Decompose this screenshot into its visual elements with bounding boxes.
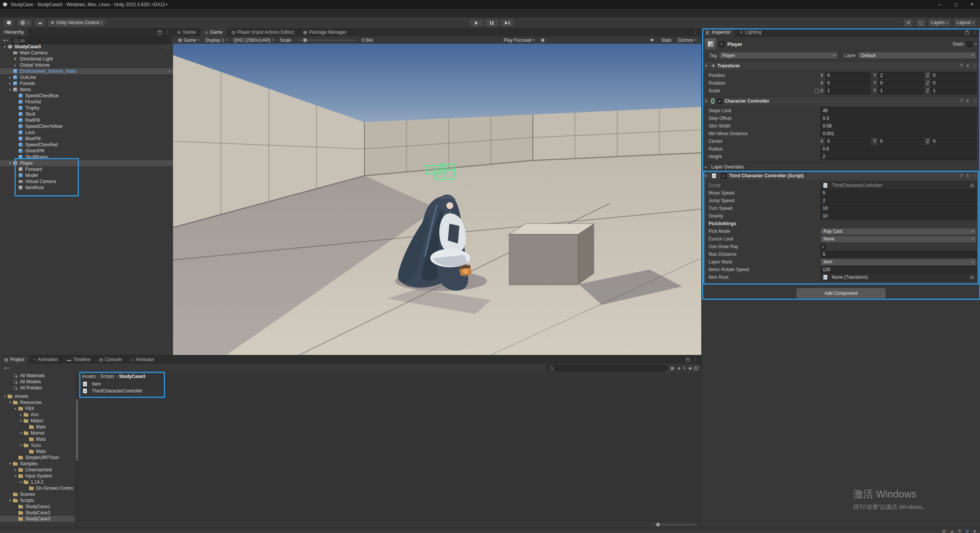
y-field[interactable]: 0 xyxy=(878,138,923,145)
x-field[interactable]: 0 xyxy=(825,72,871,79)
layer-overrides-foldout[interactable]: ▸ Layer Overrides xyxy=(702,162,980,171)
component-menu-icon[interactable]: ⋮ xyxy=(972,63,977,69)
value-field[interactable]: 0.3 xyxy=(820,115,977,122)
presets-icon[interactable]: ≡ xyxy=(966,63,969,69)
component-enabled-checkbox[interactable] xyxy=(717,98,722,104)
create-asset-button[interactable]: +▾ xyxy=(3,366,10,371)
hierarchy-row[interactable]: ▾ Player xyxy=(0,160,173,166)
y-field[interactable]: 1 xyxy=(878,87,923,94)
layer-dropdown[interactable]: Default▾ xyxy=(858,52,977,59)
panel-tab[interactable]: Package Manager xyxy=(299,28,351,36)
pause-button[interactable] xyxy=(484,18,499,27)
hierarchy-row[interactable]: ▸ Forward xyxy=(0,166,173,172)
hierarchy-row[interactable]: Directional Light xyxy=(0,56,173,62)
project-tree-row[interactable]: ▾ Assets xyxy=(0,393,75,399)
hierarchy-row[interactable]: ▸ OutLine xyxy=(0,74,173,80)
panel-tab[interactable]: Scene xyxy=(173,28,200,36)
foldout-arrow-icon[interactable]: ▾ xyxy=(705,174,709,178)
scale-slider-thumb[interactable] xyxy=(303,38,307,42)
z-field[interactable]: 0 xyxy=(931,80,977,87)
project-tree-row[interactable]: ▾ Midori xyxy=(0,418,75,424)
foldout-arrow-icon[interactable]: ▾ xyxy=(2,45,7,49)
z-field[interactable]: 0 xyxy=(931,138,977,145)
panel-tab[interactable]: Project xyxy=(0,355,29,364)
background-tasks-icon[interactable]: ⚙ xyxy=(958,529,962,533)
enum-dropdown[interactable]: Item▾ xyxy=(820,258,977,266)
file-row[interactable]: ThirdCharacterController xyxy=(79,387,701,394)
file-row[interactable]: Item xyxy=(79,381,701,387)
game-mode-dropdown[interactable]: ▦Game▾ xyxy=(176,38,201,43)
hierarchy-row[interactable]: Global Volume xyxy=(0,62,173,68)
close-button[interactable]: ✕ xyxy=(964,0,980,9)
breadcrumb-item[interactable]: Assets › xyxy=(82,374,99,379)
x-field[interactable]: 0 xyxy=(825,138,871,145)
project-tree-row[interactable]: ▸ Aris xyxy=(0,412,75,418)
panel-tab[interactable]: Animator xyxy=(126,355,159,364)
hierarchy-row[interactable]: FirstAid xyxy=(0,99,173,105)
project-tree-row[interactable]: All Materials xyxy=(0,373,75,379)
x-field[interactable]: 0 xyxy=(825,80,871,87)
foldout-arrow-icon[interactable]: ▸ xyxy=(8,75,13,79)
static-checkbox[interactable] xyxy=(967,41,972,47)
foldout-arrow-icon[interactable]: ▾ xyxy=(705,99,709,103)
hierarchy-row[interactable]: Skull xyxy=(0,111,173,117)
prefab-open-icon[interactable]: › xyxy=(169,69,170,74)
panel-tab[interactable]: Lighting xyxy=(735,28,766,36)
scrollbar-thumb[interactable] xyxy=(76,399,78,461)
hierarchy-row[interactable]: SkullBones xyxy=(0,154,173,160)
bool-checkbox[interactable]: ✓ xyxy=(820,244,826,250)
thumbnail-zoom-slider[interactable] xyxy=(654,524,696,525)
help-icon[interactable]: ? xyxy=(960,173,963,178)
hierarchy-row[interactable]: SpeedChevRed xyxy=(0,142,173,148)
hierarchy-row[interactable]: BluePill xyxy=(0,136,173,142)
cloud-sync-icon[interactable]: ☁ xyxy=(950,529,954,533)
value-field[interactable]: 10 xyxy=(820,205,977,212)
search-by-label-icon[interactable]: ◈ xyxy=(677,366,680,371)
foldout-arrow-icon[interactable]: ▾ xyxy=(8,499,13,502)
mute-audio-button[interactable] xyxy=(648,38,657,43)
tag-dropdown[interactable]: Player▾ xyxy=(719,52,838,59)
hierarchy-row[interactable]: ▾ StudyCase3 ⋮ xyxy=(0,44,173,50)
project-tree-row[interactable]: StudyCase1 xyxy=(0,504,75,510)
project-tree-row[interactable]: StudyCase2 xyxy=(0,510,75,516)
foldout-arrow-icon[interactable]: ▾ xyxy=(18,443,23,447)
add-object-button[interactable]: +▾ xyxy=(2,38,9,43)
panel-menu-icon[interactable]: ⋮ xyxy=(693,29,698,35)
project-tree-scrollbar[interactable] xyxy=(75,373,79,528)
component-enabled-checkbox[interactable] xyxy=(721,173,727,179)
object-field[interactable]: None (Transform)⊙ xyxy=(820,274,977,281)
uniform-scale-icon[interactable] xyxy=(815,89,819,93)
foldout-arrow-icon[interactable]: ▸ xyxy=(18,413,23,417)
foldout-arrow-icon[interactable]: ▾ xyxy=(8,161,13,165)
lock-icon[interactable] xyxy=(965,31,969,34)
collab-status-icon[interactable]: ◎ xyxy=(966,529,969,533)
hierarchy-row[interactable]: GreenPill xyxy=(0,148,173,154)
object-picker-icon[interactable]: ⊙ xyxy=(969,183,975,188)
saved-search-icon[interactable]: ℹ xyxy=(684,366,685,371)
search-by-type-icon[interactable]: ▦ xyxy=(670,366,674,371)
presets-icon[interactable]: ≡ xyxy=(966,98,969,104)
project-tree-row[interactable]: ▾ Scripts xyxy=(0,497,75,504)
add-component-button[interactable]: Add Component xyxy=(797,288,885,298)
account-button[interactable]: G▾ xyxy=(17,18,32,27)
panel-tab[interactable]: Inspector xyxy=(702,28,735,36)
hierarchy-row[interactable]: RedPill xyxy=(0,117,173,123)
value-field[interactable]: 5 xyxy=(820,190,977,196)
component-menu-icon[interactable]: ⋮ xyxy=(972,173,977,178)
hierarchy-row[interactable]: Main Camera xyxy=(0,50,173,56)
foldout-arrow-icon[interactable]: ▾ xyxy=(13,474,18,478)
layers-dropdown[interactable]: Layers▾ xyxy=(928,18,951,27)
foldout-arrow-icon[interactable]: ▾ xyxy=(18,480,23,484)
console-activity-icon[interactable]: ▤ xyxy=(942,529,946,533)
panel-tab[interactable]: Game xyxy=(200,28,227,36)
project-tree-row[interactable]: ▾ Input System xyxy=(0,473,75,479)
enum-dropdown[interactable]: Ray Cast▾ xyxy=(820,228,977,235)
component-menu-icon[interactable]: ⋮ xyxy=(972,98,977,104)
value-field[interactable]: 0.001 xyxy=(820,130,977,137)
layout-dropdown[interactable]: Layout▾ xyxy=(954,18,977,27)
display-dropdown[interactable]: Display 1▾ xyxy=(203,38,229,43)
value-field[interactable]: 120 xyxy=(820,266,977,273)
project-tree-row[interactable]: ▾ Momoi xyxy=(0,430,75,436)
foldout-arrow-icon[interactable]: ▸ xyxy=(8,82,13,85)
presets-icon[interactable]: ≡ xyxy=(966,173,969,178)
